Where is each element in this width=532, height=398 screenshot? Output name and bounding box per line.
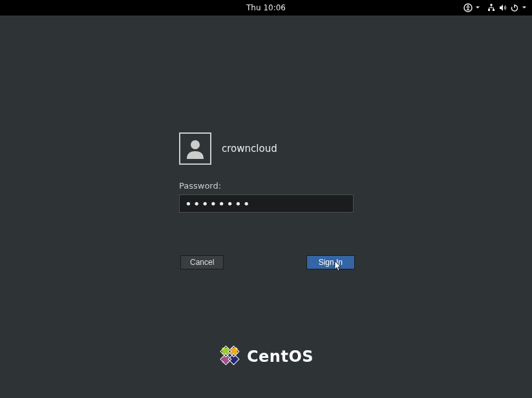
password-input[interactable]	[179, 194, 354, 213]
svg-rect-2	[491, 4, 493, 6]
buttons-row: Cancel Sign In	[180, 255, 355, 269]
login-form: crowncloud Password:	[179, 132, 354, 213]
topbar-right-group	[463, 3, 527, 12]
svg-point-7	[191, 140, 200, 149]
chevron-down-icon	[522, 5, 527, 10]
user-row: crowncloud	[179, 132, 354, 165]
chevron-down-icon	[475, 5, 480, 10]
network-icon	[487, 3, 496, 12]
svg-rect-3	[488, 9, 490, 11]
system-menu[interactable]	[487, 3, 527, 12]
user-icon	[184, 137, 207, 160]
centos-logo-icon	[218, 344, 240, 369]
clock[interactable]: Thu 10:06	[246, 3, 286, 12]
password-label: Password:	[179, 181, 354, 191]
cancel-button[interactable]: Cancel	[180, 255, 224, 269]
svg-point-1	[467, 5, 469, 6]
power-icon	[510, 3, 519, 12]
branding: CentOS	[218, 344, 314, 369]
accessibility-icon	[463, 3, 473, 12]
avatar	[179, 132, 211, 165]
accessibility-menu[interactable]	[463, 3, 480, 12]
volume-icon	[498, 3, 507, 12]
svg-rect-4	[493, 9, 495, 11]
branding-text: CentOS	[247, 348, 314, 366]
username-label: crowncloud	[222, 143, 277, 154]
signin-button[interactable]: Sign In	[306, 255, 355, 269]
top-panel: Thu 10:06	[0, 0, 532, 16]
